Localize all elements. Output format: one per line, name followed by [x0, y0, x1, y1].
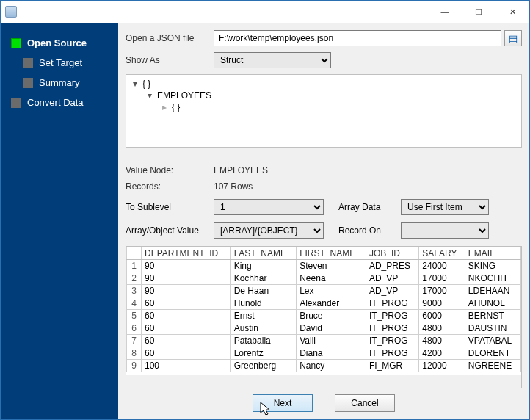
- grid-cell[interactable]: Austin: [230, 322, 297, 335]
- tree-node-root[interactable]: ▾ { }: [131, 78, 517, 90]
- grid-cell[interactable]: 12000: [419, 360, 465, 372]
- grid-cell[interactable]: 4200: [419, 347, 465, 360]
- grid-cell[interactable]: VPATABAL: [465, 335, 520, 347]
- grid-cell[interactable]: 60: [142, 335, 231, 347]
- grid-cell[interactable]: 4800: [419, 335, 465, 347]
- table-row[interactable]: 660AustinDavidIT_PROG4800DAUSTIN: [127, 322, 521, 335]
- grid-col-header[interactable]: DEPARTMENT_ID: [142, 247, 231, 260]
- to-sublevel-select[interactable]: 1: [214, 199, 324, 215]
- grid-cell[interactable]: 17000: [419, 285, 465, 297]
- grid-cell[interactable]: IT_PROG: [366, 297, 418, 310]
- grid-col-header[interactable]: SALARY: [419, 247, 465, 260]
- grid-cell[interactable]: 90: [142, 272, 231, 285]
- grid-cell[interactable]: Lex: [297, 285, 366, 297]
- minimize-button[interactable]: —: [428, 1, 462, 23]
- grid-cell[interactable]: 100: [142, 360, 231, 372]
- grid-cell[interactable]: IT_PROG: [366, 335, 418, 347]
- tree-horizontal-scrollbar[interactable]: [126, 147, 522, 159]
- grid-cell[interactable]: 4800: [419, 322, 465, 335]
- grid-cell[interactable]: 60: [142, 347, 231, 360]
- grid-cell[interactable]: 24000: [419, 260, 465, 272]
- array-data-select[interactable]: Use First Item: [401, 199, 489, 215]
- grid-cell[interactable]: 90: [142, 260, 231, 272]
- table-row[interactable]: 390De HaanLexAD_VP17000LDEHAAN: [127, 285, 521, 297]
- file-path-input[interactable]: [214, 30, 501, 46]
- close-button[interactable]: ✕: [495, 1, 529, 23]
- next-button[interactable]: Next: [253, 394, 313, 412]
- grid-cell[interactable]: 60: [142, 322, 231, 335]
- grid-cell[interactable]: 60: [142, 310, 231, 322]
- tree-node-leaf[interactable]: ▸ { }: [131, 101, 517, 113]
- grid-vertical-scroll[interactable]: DEPARTMENT_ID LAST_NAME FIRST_NAME JOB_I…: [126, 247, 521, 375]
- grid-cell[interactable]: 6000: [419, 310, 465, 322]
- grid-cell[interactable]: IT_PROG: [366, 347, 418, 360]
- grid-cell[interactable]: King: [230, 260, 297, 272]
- value-node-label: Value Node:: [126, 165, 214, 175]
- grid-cell[interactable]: David: [297, 322, 366, 335]
- grid-cell[interactable]: DLORENT: [465, 347, 520, 360]
- grid-col-header[interactable]: LAST_NAME: [230, 247, 297, 260]
- table-row[interactable]: 190KingStevenAD_PRES24000SKING: [127, 260, 521, 272]
- grid-cell[interactable]: AHUNOL: [465, 297, 520, 310]
- grid-cell[interactable]: DAUSTIN: [465, 322, 520, 335]
- sidebar-step-open-source[interactable]: Open Source: [1, 33, 118, 53]
- caret-down-icon[interactable]: ▾: [145, 90, 154, 101]
- grid-cell[interactable]: Neena: [297, 272, 366, 285]
- grid-cell[interactable]: Greenberg: [230, 360, 297, 372]
- table-row[interactable]: 460HunoldAlexanderIT_PROG9000AHUNOL: [127, 297, 521, 310]
- sidebar-step-set-target[interactable]: Set Target: [1, 53, 118, 73]
- grid-cell[interactable]: Bruce: [297, 310, 366, 322]
- grid-col-header[interactable]: JOB_ID: [366, 247, 418, 260]
- grid-cell[interactable]: IT_PROG: [366, 322, 418, 335]
- grid-cell[interactable]: BERNST: [465, 310, 520, 322]
- grid-cell[interactable]: AD_VP: [366, 272, 418, 285]
- grid-cell[interactable]: Valli: [297, 335, 366, 347]
- caret-down-icon[interactable]: ▾: [131, 79, 139, 89]
- table-row[interactable]: 290KochharNeenaAD_VP17000NKOCHH: [127, 272, 521, 285]
- grid-col-header[interactable]: FIRST_NAME: [297, 247, 366, 260]
- json-tree-view[interactable]: ▾ { } ▾ EMPLOYEES ▸ { }: [126, 74, 522, 148]
- grid-cell[interactable]: SKING: [465, 260, 520, 272]
- browse-file-button[interactable]: ▤: [504, 30, 522, 46]
- sidebar-step-convert-data[interactable]: Convert Data: [1, 93, 118, 112]
- grid-cell[interactable]: Kochhar: [230, 272, 297, 285]
- records-value: 107 Rows: [214, 181, 253, 192]
- maximize-button[interactable]: ☐: [462, 1, 495, 23]
- grid-cell[interactable]: FI_MGR: [366, 360, 418, 372]
- grid-cell[interactable]: LDEHAAN: [465, 285, 520, 297]
- grid-cell[interactable]: Alexander: [297, 297, 366, 310]
- open-file-label: Open a JSON file: [126, 33, 214, 43]
- record-on-select[interactable]: [401, 222, 489, 239]
- table-row[interactable]: 760PataballaValliIT_PROG4800VPATABAL: [127, 335, 521, 347]
- sidebar-step-summary[interactable]: Summary: [1, 73, 118, 93]
- grid-cell[interactable]: Diana: [297, 347, 366, 360]
- grid-cell[interactable]: 60: [142, 297, 231, 310]
- grid-cell[interactable]: NKOCHH: [465, 272, 520, 285]
- grid-cell[interactable]: Steven: [297, 260, 366, 272]
- cancel-button[interactable]: Cancel: [335, 394, 395, 412]
- step-indicator-icon: [11, 38, 21, 48]
- grid-cell[interactable]: AD_PRES: [366, 260, 418, 272]
- array-object-select[interactable]: [ARRAY]/{OBJECT}: [214, 222, 324, 239]
- caret-right-icon[interactable]: ▸: [160, 102, 169, 112]
- grid-cell[interactable]: De Haan: [230, 285, 297, 297]
- grid-cell[interactable]: Pataballa: [230, 335, 297, 347]
- tree-node-employees[interactable]: ▾ EMPLOYEES: [131, 90, 517, 101]
- show-as-select[interactable]: Struct: [214, 52, 331, 68]
- table-row[interactable]: 560ErnstBruceIT_PROG6000BERNST: [127, 310, 521, 322]
- grid-cell[interactable]: 90: [142, 285, 231, 297]
- grid-cell[interactable]: Hunold: [230, 297, 297, 310]
- table-row[interactable]: 9100GreenbergNancyFI_MGR12000NGREENE: [127, 360, 521, 372]
- grid-cell[interactable]: Nancy: [297, 360, 366, 372]
- grid-cell[interactable]: 17000: [419, 272, 465, 285]
- grid-cell[interactable]: Ernst: [230, 310, 297, 322]
- grid-horizontal-scrollbar[interactable]: [126, 375, 521, 388]
- grid-cell[interactable]: Lorentz: [230, 347, 297, 360]
- grid-cell[interactable]: NGREENE: [465, 360, 520, 372]
- grid-cell[interactable]: 9000: [419, 297, 465, 310]
- value-node-value: EMPLOYEES: [214, 165, 268, 175]
- grid-cell[interactable]: AD_VP: [366, 285, 418, 297]
- table-row[interactable]: 860LorentzDianaIT_PROG4200DLORENT: [127, 347, 521, 360]
- grid-cell[interactable]: IT_PROG: [366, 310, 418, 322]
- grid-col-header[interactable]: EMAIL: [465, 247, 520, 260]
